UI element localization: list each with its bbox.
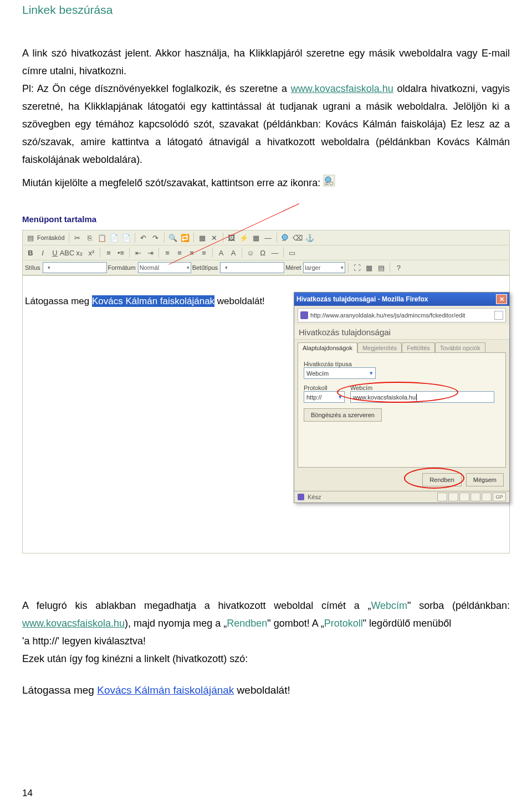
status-box (448, 493, 458, 501)
browse-server-button[interactable]: Böngészés a szerveren (304, 408, 382, 422)
status-box (459, 493, 469, 501)
editor-screenshot: Menüpont tartalma ▤Forráskód ✂ ⎘ 📋 📄 📄 ↶… (22, 214, 510, 558)
sample-post: weboldalát! (214, 296, 265, 306)
protocol-select[interactable]: http://▾ (304, 391, 345, 403)
superscript-icon[interactable]: x² (86, 247, 97, 258)
redo-icon[interactable]: ↷ (150, 232, 161, 243)
unlink-icon[interactable]: ⌫ (292, 232, 303, 243)
format-select[interactable]: Normál (138, 262, 191, 273)
protocol-value: http:// (306, 394, 322, 401)
svg-point-1 (325, 177, 331, 182)
align-left-icon[interactable]: ≡ (162, 247, 173, 258)
tab-more[interactable]: További opciók (435, 342, 485, 353)
example-domain-link[interactable]: www.kovacsfaiskola.hu (291, 83, 393, 94)
paste-text-icon[interactable]: 📄 (109, 232, 120, 243)
link-type-select[interactable]: Webcím▾ (304, 367, 376, 379)
dialog-address-bar[interactable]: http://www.aranyoldalak.hu/res/js/adminc… (298, 308, 506, 322)
icon-instruction-line: Miután kijelölte a megfelelő szót/szavak… (22, 174, 510, 192)
after-l2-mid: ), majd nyomja meg a „ (125, 618, 227, 629)
firefox-status-icon (298, 494, 304, 500)
dialog-inner-header: Hivatkozás tulajdonságai (294, 325, 509, 340)
insert-link-button[interactable] (280, 232, 291, 243)
url-input[interactable]: www.kovacsfaiskola.hu (350, 391, 494, 403)
textcolor-icon[interactable]: A (216, 247, 227, 258)
smiley-icon[interactable]: ☺ (245, 247, 256, 258)
blocks-icon[interactable]: ▦ (364, 262, 375, 273)
undo-icon[interactable]: ↶ (138, 232, 149, 243)
about-icon[interactable]: ? (393, 262, 404, 273)
editor-toolbar: ▤Forráskód ✂ ⎘ 📋 📄 📄 ↶ ↷ 🔍 🔁 ▦ ✕ 🖼 ⚡ (22, 230, 510, 275)
status-boxes: GP (437, 493, 506, 501)
replace-icon[interactable]: 🔁 (180, 232, 191, 243)
after-rendben: Rendben (227, 618, 267, 629)
after-l2-end: " legördülő menüből (363, 618, 452, 629)
page-number: 14 (22, 788, 33, 799)
hr-icon[interactable]: ― (263, 232, 274, 243)
link-type-value: Webcím (306, 370, 329, 377)
sample-pre: Látogassa meg (25, 296, 92, 306)
p-part1: A link szó hivatkozást jelent. Akkor has… (22, 48, 510, 76)
form-icon[interactable]: ▭ (287, 247, 298, 258)
cut-icon[interactable]: ✂ (72, 232, 83, 243)
font-label: Betűtípus (192, 264, 218, 271)
size-value: larger (305, 264, 320, 271)
status-box (437, 493, 447, 501)
result-sample-line: Látogassa meg Kovács Kálmán faiskolájána… (22, 684, 510, 696)
after-l4: Ezek után így fog kinézni a linkelt (hiv… (22, 653, 248, 664)
font-select[interactable] (220, 262, 284, 273)
showblocks-icon[interactable]: ▤ (376, 262, 387, 273)
maximize-icon[interactable]: ⛶ (351, 262, 362, 273)
dialog-tabs: Alaptulajdonságok Megjelenítés Feltöltés… (294, 340, 509, 352)
dialog-address-text: http://www.aranyoldalak.hu/res/js/adminc… (310, 312, 492, 319)
specialchar-icon[interactable]: Ω (257, 247, 268, 258)
link-dialog: Hivatkozás tulajdonságai - Mozilla Firef… (294, 292, 510, 503)
table-icon[interactable]: ▦ (250, 232, 262, 243)
go-icon[interactable] (494, 311, 503, 320)
find-icon[interactable]: 🔍 (167, 232, 178, 243)
tab-appearance[interactable]: Megjelenítés (357, 342, 402, 353)
after-protokoll: Protokoll (324, 618, 363, 629)
editor-sample-text: Látogassa meg Kovács Kálmán faiskolájána… (25, 296, 265, 307)
underline-icon[interactable]: U (49, 247, 60, 258)
dialog-titlebar[interactable]: Hivatkozás tulajdonságai - Mozilla Firef… (294, 293, 509, 306)
status-box (482, 493, 492, 501)
size-select[interactable]: larger (303, 262, 345, 273)
dialog-title-text: Hivatkozás tulajdonságai - Mozilla Firef… (296, 295, 428, 303)
indent-icon[interactable]: ⇥ (145, 247, 156, 258)
outdent-icon[interactable]: ⇤ (132, 247, 144, 258)
paste-word-icon[interactable]: 📄 (121, 232, 132, 243)
ul-icon[interactable]: •≡ (115, 247, 126, 258)
link-type-label: Hivatkozás típusa (304, 361, 500, 367)
flash-icon[interactable]: ⚡ (238, 232, 249, 243)
bgcolor-icon[interactable]: A (228, 247, 239, 258)
anchor-icon[interactable]: ⚓ (304, 232, 315, 243)
dialog-statusbar: Kész GP (294, 491, 509, 503)
size-label: Méret (285, 264, 301, 271)
tab-upload[interactable]: Feltöltés (402, 342, 435, 353)
subscript-icon[interactable]: x₂ (74, 247, 85, 258)
selectall-icon[interactable]: ▦ (197, 232, 208, 243)
firefox-icon (300, 311, 308, 319)
close-icon[interactable]: ✕ (496, 294, 507, 304)
pagebreak-icon[interactable]: ― (269, 247, 280, 258)
source-button[interactable]: ▤ (25, 232, 36, 243)
cancel-button[interactable]: Mégsem (466, 473, 504, 486)
italic-icon[interactable]: I (37, 247, 48, 258)
after-domain-link[interactable]: www.kovacsfaiskola.hu (22, 618, 125, 629)
strike-icon[interactable]: ABC (62, 247, 73, 258)
style-select[interactable] (43, 262, 107, 273)
after-l1-post: " sorba (példánkban: (407, 600, 510, 611)
format-value: Normál (140, 264, 159, 271)
sample-selected: Kovács Kálmán faiskolájának (92, 295, 214, 307)
paste-icon[interactable]: 📋 (96, 232, 108, 243)
status-text: Kész (308, 494, 321, 500)
after-l3: 'a http://' legyen kiválasztva! (22, 635, 146, 647)
sample2-link[interactable]: Kovács Kálmán faiskolájának (97, 684, 234, 696)
image-icon[interactable]: 🖼 (226, 232, 237, 243)
tab-basic[interactable]: Alaptulajdonságok (298, 342, 357, 353)
ok-button[interactable]: Rendben (422, 473, 462, 486)
copy-icon[interactable]: ⎘ (84, 232, 95, 243)
ol-icon[interactable]: ≡ (103, 247, 114, 258)
bold-icon[interactable]: B (25, 247, 36, 258)
intro-paragraph: A link szó hivatkozást jelent. Akkor has… (22, 44, 510, 168)
